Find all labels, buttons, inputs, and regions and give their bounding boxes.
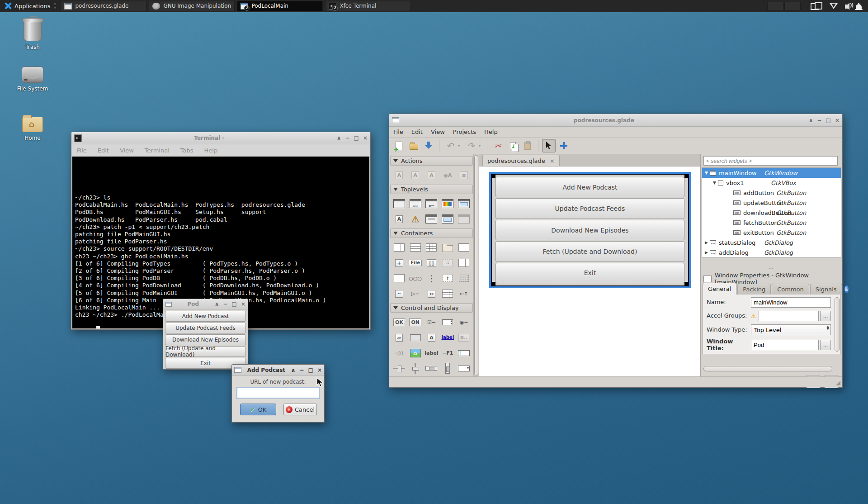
rollup-button[interactable]: ∧ <box>337 135 341 141</box>
palette-section-actions[interactable]: Actions <box>390 156 473 166</box>
selection-handle[interactable] <box>492 175 495 178</box>
palette-widget[interactable]: A <box>424 169 440 181</box>
cut-button[interactable]: ✂ <box>491 139 505 152</box>
widget-tree-row[interactable]: ▼ mainWindow GtkWindow <box>702 168 841 178</box>
palette-widget[interactable]: ⌂ <box>407 347 424 359</box>
glade-menu-item[interactable]: File <box>389 128 407 135</box>
widget-tree-row[interactable]: fetchButton GtkButton <box>702 218 841 228</box>
palette-widget[interactable]: A <box>391 169 407 181</box>
resize-grip[interactable]: ◢ <box>836 379 840 386</box>
palette-widget[interactable] <box>407 332 424 343</box>
palette-widget[interactable] <box>456 362 472 374</box>
minimize-button[interactable]: − <box>300 367 304 373</box>
copy-button[interactable] <box>506 139 519 152</box>
properties-horizontal-scrollbar[interactable] <box>703 366 832 371</box>
expander-icon[interactable]: ▼ <box>704 171 709 175</box>
palette-widget[interactable]: ↔ <box>424 288 440 300</box>
palette-widget[interactable] <box>439 288 456 300</box>
selection-handle[interactable] <box>684 175 688 178</box>
palette-widget[interactable]: ◉− <box>456 316 472 328</box>
close-button[interactable]: × <box>317 367 322 373</box>
expander-icon[interactable]: ▶ <box>704 240 709 245</box>
palette-widget[interactable]: ≡ <box>456 169 472 181</box>
palette-section-containers[interactable]: Containers <box>390 228 473 238</box>
accel-groups-field[interactable] <box>759 311 819 321</box>
url-input[interactable] <box>237 388 319 398</box>
palette-widget[interactable]: + <box>391 257 407 269</box>
add-podcast-titlebar[interactable]: Add Podcast ∧−□× <box>232 365 324 376</box>
palette-widget[interactable] <box>439 362 456 374</box>
search-widgets-input[interactable] <box>703 156 838 166</box>
palette-widget[interactable]: ⚠ <box>407 213 424 225</box>
terminal-menu-item[interactable]: Edit <box>92 147 114 154</box>
palette-widget[interactable] <box>456 213 472 225</box>
terminal-menu-item[interactable]: Terminal <box>139 147 175 154</box>
design-selected-window[interactable]: Add New PodcastUpdate Podcast FeedsDownl… <box>489 172 691 288</box>
window-type-select[interactable]: Top Level ▲▼ <box>751 324 831 335</box>
close-button[interactable]: × <box>363 135 368 141</box>
selection-handle[interactable] <box>684 282 688 285</box>
palette-widget[interactable]: ~ <box>391 288 407 300</box>
name-field[interactable] <box>751 297 831 308</box>
design-button[interactable]: Download New Episodes <box>495 220 684 240</box>
close-button[interactable]: × <box>835 118 840 123</box>
palette-widget[interactable] <box>424 213 440 225</box>
properties-tab[interactable]: Common <box>772 284 809 295</box>
palette-widget[interactable] <box>424 362 440 374</box>
pane-splitter[interactable]: ⋯ <box>701 266 842 271</box>
widget-tree-row[interactable]: updateButton GtkButton <box>702 198 841 208</box>
palette-widget[interactable]: OK <box>391 316 407 328</box>
palette-widget[interactable] <box>391 362 407 374</box>
expander-icon[interactable]: ▶ <box>704 250 709 255</box>
properties-tab[interactable]: Signals <box>810 284 842 295</box>
redo-button[interactable]: ↷ <box>464 139 477 152</box>
selector-button[interactable] <box>542 139 556 152</box>
terminal-menu-item[interactable]: File <box>71 147 92 154</box>
palette-widget[interactable]: ◉A <box>439 169 456 181</box>
palette-widget[interactable] <box>456 198 472 209</box>
taskbar-window-button[interactable]: 2 PodLocalMain <box>237 1 323 11</box>
accel-groups-browse-button[interactable]: ... <box>820 311 831 321</box>
applications-menu-icon[interactable] <box>4 2 12 10</box>
undo-dropdown[interactable]: ▾ <box>458 144 462 148</box>
palette-widget[interactable]: ▯▯ <box>424 257 440 269</box>
workspace-1[interactable] <box>767 2 783 10</box>
glade-menu-item[interactable]: View <box>427 128 449 135</box>
palette-widget[interactable]: ▪— <box>424 198 440 209</box>
properties-tab[interactable]: General <box>703 283 736 295</box>
pod-action-button[interactable]: Update Podcast Feeds <box>165 323 246 333</box>
terminal-menu-item[interactable]: Tabs <box>175 147 199 154</box>
close-button[interactable]: × <box>241 301 245 307</box>
palette-widget[interactable] <box>456 272 472 284</box>
palette-widget[interactable] <box>391 242 407 253</box>
palette-widget[interactable]: −F1 <box>439 347 456 359</box>
new-project-button[interactable] <box>392 139 406 152</box>
taskbar-window-button[interactable]: GNU Image Manipulation ... <box>149 1 235 11</box>
glade-menu-item[interactable]: Projects <box>449 128 480 135</box>
taskbar-window-button[interactable]: 2 Xfce Terminal <box>325 1 411 11</box>
palette-widget[interactable]: 0.. <box>456 332 472 343</box>
display-icon[interactable] <box>811 2 822 10</box>
redo-dropdown[interactable]: ▾ <box>479 144 483 148</box>
glade-menu-item[interactable]: Help <box>480 128 502 135</box>
palette-widget[interactable]: ○○○ <box>407 272 424 284</box>
volume-icon[interactable] <box>845 5 849 9</box>
rollup-button[interactable]: ∧ <box>809 118 813 123</box>
design-tab[interactable]: podresources.glade × <box>482 155 560 166</box>
pod-action-button[interactable]: Download New Episodes <box>165 334 246 345</box>
palette-widget[interactable]: label <box>439 332 456 343</box>
palette-widget[interactable]: label <box>424 347 440 359</box>
design-button[interactable]: Exit <box>495 263 684 283</box>
palette-widget[interactable]: ☑− <box>424 316 440 328</box>
open-button[interactable] <box>407 139 420 152</box>
pod-titlebar[interactable]: Pod ∧−□× <box>163 299 248 309</box>
workspace-2[interactable] <box>784 2 801 10</box>
pod-action-button[interactable]: Fetch (Update and Download) <box>165 346 246 357</box>
palette-section-control-display[interactable]: Control and Display <box>390 303 473 313</box>
widget-tree-row[interactable]: addButton GtkButton <box>702 188 841 198</box>
maximize-button[interactable]: □ <box>826 118 831 123</box>
desktop-icon[interactable]: Trash <box>12 19 53 50</box>
tab-close-icon[interactable]: × <box>550 157 555 164</box>
palette-widget[interactable]: File <box>407 257 424 269</box>
desktop-icon[interactable]: File System <box>12 67 53 92</box>
